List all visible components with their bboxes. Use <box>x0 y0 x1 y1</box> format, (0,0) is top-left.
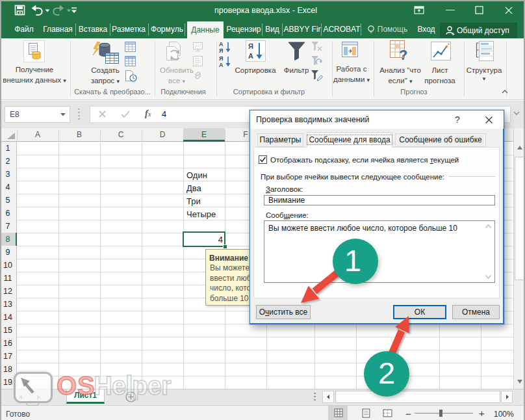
svg-text:А: А <box>219 41 224 47</box>
svg-text:Я: Я <box>248 42 253 50</box>
svg-text:А: А <box>248 52 253 60</box>
svg-text:Я: Я <box>219 55 223 62</box>
svg-text:А: А <box>219 62 224 68</box>
svg-text:?: ? <box>399 47 407 62</box>
svg-text:Я: Я <box>219 47 223 53</box>
